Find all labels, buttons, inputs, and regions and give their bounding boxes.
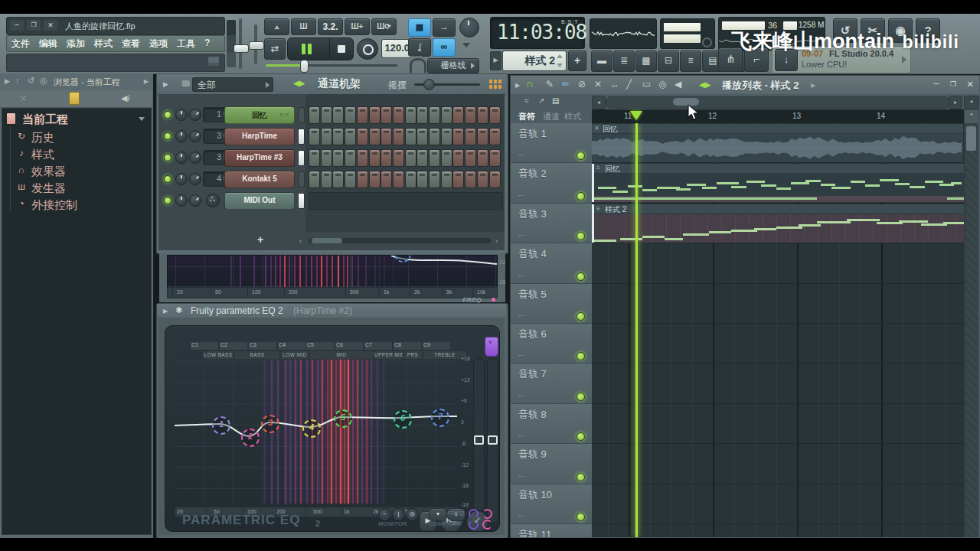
menu-item-2[interactable]: 编辑 bbox=[39, 37, 57, 51]
hscrollbar-track[interactable] bbox=[606, 96, 950, 109]
step-button[interactable] bbox=[441, 171, 452, 188]
browser-tab-files-icon[interactable] bbox=[69, 92, 80, 105]
track-header-7[interactable]: 音轨 7... bbox=[511, 364, 592, 403]
channel-rack-toggle-button[interactable]: ≣ bbox=[613, 51, 635, 72]
playlist-options-button[interactable]: • bbox=[964, 96, 979, 109]
step-button[interactable] bbox=[393, 171, 404, 188]
track-led[interactable] bbox=[577, 513, 585, 521]
browser-refresh-icon[interactable]: ↺ bbox=[28, 76, 34, 86]
browser-item-2[interactable]: ♪样式 bbox=[16, 147, 146, 162]
channel-selector-strip[interactable] bbox=[298, 193, 305, 209]
bw-knob-pink[interactable] bbox=[482, 520, 492, 530]
snap-magnet-icon[interactable]: ∩ bbox=[526, 77, 534, 90]
step-button[interactable] bbox=[465, 106, 476, 124]
step-button[interactable] bbox=[357, 149, 368, 167]
channel-enable-led[interactable] bbox=[164, 154, 172, 161]
browser-item-5[interactable]: ◔外接控制 bbox=[16, 197, 146, 213]
step-button[interactable] bbox=[477, 128, 488, 145]
track-header-6[interactable]: 音轨 6... bbox=[511, 324, 592, 364]
step-button[interactable] bbox=[309, 171, 320, 188]
dropdown-arrow-icon[interactable] bbox=[462, 43, 470, 47]
rack-menu-icon[interactable]: ▶ bbox=[163, 80, 168, 88]
channel-selector-strip[interactable] bbox=[298, 150, 305, 166]
channel-pan-knob[interactable] bbox=[175, 152, 188, 164]
pattern-mode-button[interactable]: ▦ bbox=[408, 18, 431, 37]
track-led[interactable] bbox=[577, 272, 585, 281]
playlist-minimize-button[interactable]: – bbox=[930, 79, 942, 90]
snap-grid-selector[interactable]: 栅格线 bbox=[427, 58, 479, 73]
track-header-11[interactable]: 音轨 11 bbox=[511, 524, 592, 537]
step-button[interactable] bbox=[405, 171, 416, 188]
menu-item-7[interactable]: 工具 bbox=[177, 37, 195, 51]
main-volume-knob[interactable] bbox=[459, 18, 479, 37]
step-button[interactable] bbox=[477, 171, 488, 188]
swing-slider-handle[interactable] bbox=[423, 79, 435, 90]
step-button[interactable] bbox=[452, 128, 464, 145]
step-button[interactable] bbox=[465, 149, 476, 167]
hint-arrow-icon[interactable] bbox=[902, 56, 906, 64]
step-button[interactable] bbox=[345, 128, 356, 145]
typing-to-piano-button[interactable]: ʆ bbox=[408, 38, 431, 57]
piano-preview-panel[interactable] bbox=[309, 192, 503, 210]
step-button[interactable] bbox=[345, 106, 356, 124]
track-led[interactable] bbox=[577, 232, 585, 240]
step-button[interactable] bbox=[321, 128, 332, 145]
stop-button[interactable] bbox=[329, 37, 354, 60]
menu-item-8[interactable]: ? bbox=[204, 37, 210, 48]
step-button[interactable] bbox=[489, 149, 501, 167]
channel-filter-selector[interactable]: 全部 bbox=[192, 77, 273, 92]
loop-record-button[interactable]: Ш⟳ bbox=[371, 18, 397, 35]
paint-tool-icon[interactable]: ✏ bbox=[562, 79, 570, 90]
vscrollbar-track[interactable] bbox=[964, 123, 978, 537]
play-pause-button[interactable] bbox=[287, 37, 330, 60]
step-button[interactable] bbox=[416, 106, 428, 124]
pattern-prev-button[interactable]: ▶ bbox=[490, 51, 501, 70]
step-button[interactable] bbox=[429, 171, 440, 188]
minimize-button[interactable]: – bbox=[10, 20, 24, 31]
mixer-toggle-button[interactable]: ≡ bbox=[680, 51, 701, 72]
step-button[interactable] bbox=[381, 128, 392, 145]
browser-up-icon[interactable]: ↑ bbox=[15, 76, 20, 85]
track-header-1[interactable]: 音轨 1... bbox=[511, 123, 592, 163]
channel-volume-knob[interactable] bbox=[189, 109, 201, 121]
tab-notes[interactable]: 音符 bbox=[518, 111, 535, 122]
pattern-spin-up[interactable] bbox=[557, 54, 563, 58]
eq-band-handle-6[interactable]: 6 bbox=[394, 410, 412, 429]
step-button[interactable] bbox=[381, 171, 392, 188]
browser-item-4[interactable]: ш发生器 bbox=[16, 181, 146, 196]
pattern-clip-memory[interactable]: ≡回忆 bbox=[592, 164, 965, 202]
step-button[interactable] bbox=[489, 106, 501, 124]
slip-tool-icon[interactable]: ✎ bbox=[546, 79, 554, 90]
eq-slider-cap-purple[interactable]: Y bbox=[485, 337, 498, 357]
step-button[interactable] bbox=[309, 149, 320, 167]
rack-detach-icon[interactable]: ◀▶ bbox=[293, 79, 305, 87]
close-button[interactable]: ✕ bbox=[44, 20, 57, 31]
step-button[interactable] bbox=[369, 171, 381, 188]
channel-selector-strip[interactable] bbox=[298, 171, 305, 187]
step-button[interactable] bbox=[369, 149, 381, 167]
headphone-icon[interactable] bbox=[410, 58, 426, 73]
channel-volume-knob[interactable] bbox=[189, 194, 201, 207]
playlist-detach-icon[interactable]: ◀▶ bbox=[699, 80, 710, 89]
eq-mini-slider-handle[interactable] bbox=[488, 435, 498, 445]
menu-item-4[interactable]: 样式 bbox=[94, 37, 113, 51]
step-button[interactable] bbox=[416, 171, 428, 188]
channel-pan-knob[interactable] bbox=[175, 173, 188, 185]
step-button[interactable] bbox=[477, 106, 488, 124]
audio-source-icon[interactable]: ≈ bbox=[524, 96, 529, 105]
playlist-close-button[interactable]: ✕ bbox=[964, 79, 976, 90]
channel-pan-knob[interactable] bbox=[175, 194, 188, 207]
monitor-button[interactable]: − bbox=[378, 508, 391, 521]
rack-scroll-right-icon[interactable]: › bbox=[495, 237, 498, 245]
compare-down-button[interactable]: ▼ bbox=[429, 508, 447, 521]
hscroll-right-button[interactable]: ▸ bbox=[949, 96, 962, 109]
browser-root-item[interactable]: 当前工程 bbox=[5, 112, 146, 127]
step-button[interactable] bbox=[416, 128, 428, 145]
pattern-source-icon[interactable]: ▤ bbox=[552, 96, 559, 105]
freq-knob-purple[interactable] bbox=[469, 509, 479, 519]
channel-button-3[interactable]: HarpTime #3 bbox=[224, 149, 295, 167]
step-button[interactable] bbox=[429, 149, 440, 167]
shuffle-slider-handle[interactable] bbox=[300, 60, 309, 73]
browser-tab-audio-preview-icon[interactable]: ◀ⅰ bbox=[121, 93, 130, 103]
step-button[interactable] bbox=[357, 171, 368, 188]
